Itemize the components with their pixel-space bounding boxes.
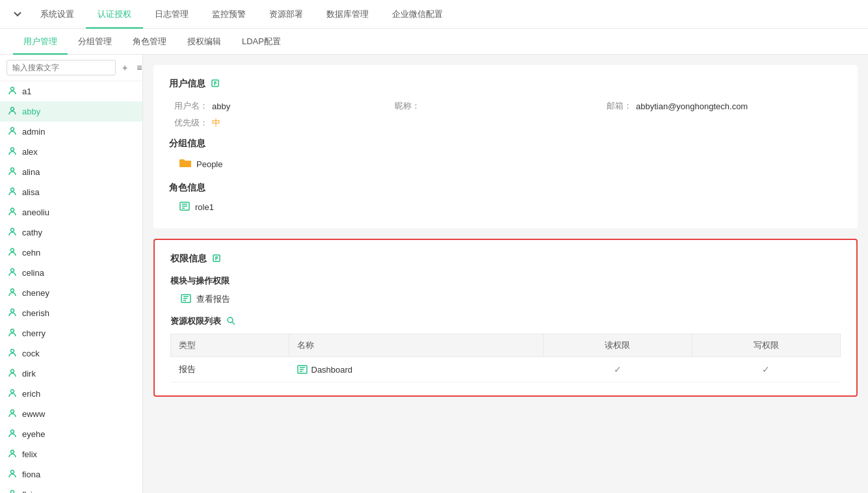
user-avatar-icon — [8, 388, 17, 399]
user-avatar-icon — [8, 227, 17, 238]
role-name: role1 — [195, 202, 214, 212]
sidebar-user-item[interactable]: felix — [0, 444, 142, 464]
subnav-group-mgmt[interactable]: 分组管理 — [68, 29, 122, 55]
user-name-label: celina — [22, 268, 44, 278]
th-type: 类型 — [171, 334, 289, 357]
user-name-label: a1 — [22, 87, 31, 96]
svg-point-7 — [11, 228, 14, 232]
user-avatar-icon — [8, 86, 17, 97]
sidebar-user-item[interactable]: alex — [0, 142, 142, 162]
sidebar-user-item[interactable]: alina — [0, 162, 142, 182]
username-value: abby — [212, 101, 290, 111]
user-name-label: cathy — [22, 228, 42, 237]
svg-point-4 — [11, 168, 14, 171]
sidebar-user-item[interactable]: celina — [0, 263, 142, 283]
subnav-auth-edit[interactable]: 授权编辑 — [177, 29, 231, 55]
svg-point-13 — [11, 349, 14, 353]
svg-point-5 — [11, 188, 14, 191]
add-user-button[interactable]: + — [120, 61, 130, 74]
user-name-label: admin — [22, 127, 45, 137]
user-name-label: alina — [22, 167, 40, 177]
sidebar-user-item[interactable]: cock — [0, 343, 142, 364]
nav-wechat[interactable]: 企业微信配置 — [380, 0, 454, 29]
sidebar-user-item[interactable]: cathy — [0, 222, 142, 243]
sidebar-user-item[interactable]: aneoliu — [0, 202, 142, 222]
svg-point-9 — [11, 269, 14, 272]
nav-log[interactable]: 日志管理 — [143, 0, 200, 29]
sidebar-user-item[interactable]: cherish — [0, 303, 142, 323]
read-check-icon: ✓ — [614, 364, 622, 375]
resource-section-label: 资源权限列表 — [170, 315, 841, 327]
write-check-icon: ✓ — [762, 364, 770, 375]
sidebar-user-item[interactable]: cherry — [0, 323, 142, 343]
resource-search-icon[interactable] — [226, 316, 235, 327]
sidebar-user-item[interactable]: admin — [0, 122, 142, 142]
user-avatar-icon — [8, 469, 17, 480]
user-avatar-icon — [8, 489, 17, 493]
user-avatar-icon — [8, 308, 17, 319]
sidebar-user-item[interactable]: alisa — [0, 182, 142, 202]
user-avatar-icon — [8, 106, 17, 117]
subnav-ldap[interactable]: LDAP配置 — [231, 29, 291, 55]
search-input[interactable] — [7, 60, 116, 75]
user-name-label: felix — [22, 449, 37, 459]
subnav-role-mgmt[interactable]: 角色管理 — [122, 29, 177, 55]
user-avatar-icon — [8, 207, 17, 218]
user-name-label: erich — [22, 389, 40, 399]
module-section-label: 模块与操作权限 — [170, 275, 841, 287]
sidebar-user-item[interactable]: cheney — [0, 283, 142, 303]
top-navigation: 系统设置 认证授权 日志管理 监控预警 资源部署 数据库管理 企业微信配置 — [0, 0, 868, 29]
sidebar-user-item[interactable]: a1 — [0, 81, 142, 101]
user-avatar-icon — [8, 328, 17, 339]
edit-user-icon[interactable] — [211, 79, 220, 90]
user-avatar-icon — [8, 126, 17, 137]
sidebar-search-area: + ≡ — [0, 55, 142, 81]
svg-point-12 — [11, 329, 14, 332]
svg-point-19 — [11, 470, 14, 473]
svg-point-0 — [11, 87, 14, 90]
app-dropdown[interactable] — [7, 0, 29, 29]
email-label: 邮箱： — [593, 100, 632, 112]
td-type: 报告 — [171, 357, 289, 382]
sidebar-user-item[interactable]: flying — [0, 485, 142, 493]
sidebar-user-item[interactable]: fiona — [0, 464, 142, 485]
sidebar-user-item[interactable]: eyehe — [0, 424, 142, 444]
user-avatar-icon — [8, 429, 17, 440]
svg-point-8 — [11, 248, 14, 252]
user-name-label: aneoliu — [22, 207, 49, 217]
resource-table: 类型 名称 读权限 写权限 报告 Dashboard ✓ ✓ — [170, 334, 841, 382]
nav-deploy[interactable]: 资源部署 — [257, 0, 315, 29]
priority-label: 优先级： — [169, 117, 208, 129]
nav-database[interactable]: 数据库管理 — [315, 0, 380, 29]
user-avatar-icon — [8, 146, 17, 157]
user-info-row1: 用户名： abby 昵称： 邮箱： abbytian@yonghongtech.… — [169, 100, 842, 112]
menu-button[interactable]: ≡ — [134, 61, 143, 74]
sidebar-user-item[interactable]: erich — [0, 384, 142, 404]
edit-permission-icon[interactable] — [212, 254, 221, 265]
nav-system-settings[interactable]: 系统设置 — [29, 0, 86, 29]
user-info-title: 用户信息 — [169, 78, 842, 90]
user-avatar-icon — [8, 449, 17, 460]
user-name-label: cehn — [22, 248, 40, 258]
username-label: 用户名： — [169, 100, 208, 112]
svg-line-38 — [232, 322, 235, 325]
sidebar-user-item[interactable]: cehn — [0, 243, 142, 263]
user-name-label: fiona — [22, 470, 40, 479]
td-read: ✓ — [544, 357, 692, 382]
email-value: abbytian@yonghongtech.com — [636, 101, 748, 111]
user-avatar-icon — [8, 187, 17, 198]
sidebar-user-item[interactable]: abby — [0, 101, 142, 122]
sidebar-user-item[interactable]: dirk — [0, 364, 142, 384]
nav-monitor[interactable]: 监控预警 — [200, 0, 257, 29]
sidebar-user-item[interactable]: ewww — [0, 404, 142, 424]
user-name-label: cherish — [22, 308, 49, 318]
user-avatar-icon — [8, 287, 17, 299]
role-item: role1 — [169, 199, 842, 215]
user-name-label: abby — [22, 107, 40, 116]
user-avatar-icon — [8, 247, 17, 258]
user-avatar-icon — [8, 348, 17, 359]
subnav-user-mgmt[interactable]: 用户管理 — [13, 29, 68, 55]
module-item: 查看报告 — [170, 291, 841, 308]
priority-value: 中 — [212, 117, 290, 129]
nav-auth[interactable]: 认证授权 — [86, 0, 143, 29]
